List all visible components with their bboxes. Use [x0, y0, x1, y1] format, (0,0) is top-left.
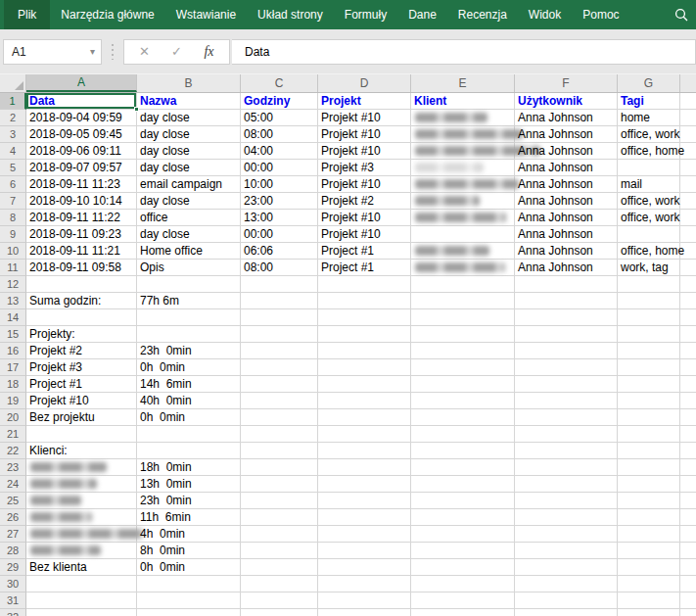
row-header-16[interactable]: 16: [0, 343, 26, 359]
cell-E26[interactable]: [411, 509, 515, 526]
cell-D4[interactable]: Projekt #10: [318, 143, 411, 160]
cell-G12[interactable]: [618, 276, 680, 293]
cell-C10[interactable]: 06:06: [241, 243, 318, 260]
cell-F24[interactable]: [515, 476, 618, 493]
row-header-14[interactable]: 14: [0, 309, 26, 326]
cell-B17[interactable]: 0h 0min: [137, 359, 241, 376]
cell-A12[interactable]: [26, 276, 137, 293]
cell-partial-23[interactable]: [680, 459, 696, 476]
cell-B8[interactable]: office: [137, 210, 241, 226]
cell-G10[interactable]: office, home: [618, 243, 680, 260]
cell-E2[interactable]: [411, 110, 515, 126]
cell-E11[interactable]: [411, 260, 515, 276]
ribbon-tab-plik[interactable]: Plik: [4, 0, 50, 29]
cell-partial-19[interactable]: [680, 393, 696, 409]
cell-A21[interactable]: [26, 426, 137, 443]
cell-F14[interactable]: [515, 309, 618, 326]
cell-C30[interactable]: [241, 576, 318, 592]
cell-G16[interactable]: [618, 343, 680, 359]
cell-partial-16[interactable]: [680, 343, 696, 359]
row-header-19[interactable]: 19: [0, 393, 26, 409]
cell-G7[interactable]: office, work: [618, 193, 680, 210]
cell-A10[interactable]: 2018-09-11 11:21: [26, 243, 137, 260]
cell-A28[interactable]: [26, 543, 137, 559]
cell-G28[interactable]: [618, 543, 680, 559]
cell-E4[interactable]: [411, 143, 515, 160]
row-header-26[interactable]: 26: [0, 509, 26, 526]
cell-C9[interactable]: 00:00: [241, 226, 318, 243]
cell-C11[interactable]: 08:00: [241, 260, 318, 276]
cell-A2[interactable]: 2018-09-04 09:59: [26, 110, 137, 126]
ribbon-tab-formuly[interactable]: Formuły: [334, 0, 397, 29]
ribbon-tab-recenzja[interactable]: Recenzja: [447, 0, 518, 29]
enter-icon[interactable]: ✓: [161, 44, 193, 59]
cell-C25[interactable]: [241, 493, 318, 509]
cell-G9[interactable]: [618, 226, 680, 243]
cell-D6[interactable]: Projekt #10: [318, 176, 411, 193]
cell-G29[interactable]: [618, 559, 680, 576]
row-header-18[interactable]: 18: [0, 376, 26, 393]
row-header-17[interactable]: 17: [0, 359, 26, 376]
cell-F2[interactable]: Anna Johnson: [515, 110, 618, 126]
select-all-corner[interactable]: [0, 74, 26, 92]
cell-partial-4[interactable]: [680, 143, 696, 160]
row-header-32[interactable]: 32: [0, 609, 26, 616]
cell-E25[interactable]: [411, 493, 515, 509]
cell-F32[interactable]: [515, 609, 618, 616]
cell-B6[interactable]: email campaign: [137, 176, 241, 193]
cell-B1[interactable]: Nazwa: [137, 93, 241, 110]
cell-C29[interactable]: [241, 559, 318, 576]
cell-A8[interactable]: 2018-09-11 11:22: [26, 210, 137, 226]
cell-E16[interactable]: [411, 343, 515, 359]
cell-D2[interactable]: Projekt #10: [318, 110, 411, 126]
cell-G24[interactable]: [618, 476, 680, 493]
row-header-20[interactable]: 20: [0, 409, 26, 426]
cell-A24[interactable]: [26, 476, 137, 493]
cell-C13[interactable]: [241, 293, 318, 309]
cell-partial-14[interactable]: [680, 309, 696, 326]
cell-D15[interactable]: [318, 326, 411, 343]
ribbon-tab-uklad-strony[interactable]: Układ strony: [247, 0, 334, 29]
cell-E22[interactable]: [411, 443, 515, 459]
cell-partial-28[interactable]: [680, 543, 696, 559]
cell-E6[interactable]: [411, 176, 515, 193]
cell-E17[interactable]: [411, 359, 515, 376]
cell-partial-7[interactable]: [680, 193, 696, 210]
cell-B23[interactable]: 18h 0min: [137, 459, 241, 476]
cell-C15[interactable]: [241, 326, 318, 343]
cell-A18[interactable]: Project #1: [26, 376, 137, 393]
cell-D17[interactable]: [318, 359, 411, 376]
cell-F28[interactable]: [515, 543, 618, 559]
cell-A16[interactable]: Projekt #2: [26, 343, 137, 359]
cell-C7[interactable]: 23:00: [241, 193, 318, 210]
column-header-D[interactable]: D: [318, 74, 411, 92]
ribbon-tab-dane[interactable]: Dane: [397, 0, 447, 29]
row-header-27[interactable]: 27: [0, 526, 26, 543]
cell-C27[interactable]: [241, 526, 318, 543]
formula-input[interactable]: Data: [232, 39, 696, 65]
row-header-23[interactable]: 23: [0, 459, 26, 476]
cell-F20[interactable]: [515, 409, 618, 426]
row-header-29[interactable]: 29: [0, 559, 26, 576]
cell-C5[interactable]: 00:00: [241, 160, 318, 176]
cell-F12[interactable]: [515, 276, 618, 293]
cell-E5[interactable]: [411, 160, 515, 176]
cell-G25[interactable]: [618, 493, 680, 509]
cell-D3[interactable]: Projekt #10: [318, 126, 411, 143]
cell-C32[interactable]: [241, 609, 318, 616]
cell-F26[interactable]: [515, 509, 618, 526]
cell-F13[interactable]: [515, 293, 618, 309]
cell-C22[interactable]: [241, 443, 318, 459]
cell-B18[interactable]: 14h 6min: [137, 376, 241, 393]
cell-E7[interactable]: [411, 193, 515, 210]
cell-E13[interactable]: [411, 293, 515, 309]
cell-partial-25[interactable]: [680, 493, 696, 509]
cell-partial-2[interactable]: [680, 110, 696, 126]
cell-C4[interactable]: 04:00: [241, 143, 318, 160]
cell-A7[interactable]: 2018-09-10 10:14: [26, 193, 137, 210]
cell-G8[interactable]: office, work: [618, 210, 680, 226]
cell-B25[interactable]: 23h 0min: [137, 493, 241, 509]
search-icon[interactable]: [673, 0, 689, 29]
cell-A30[interactable]: [26, 576, 137, 592]
cell-G17[interactable]: [618, 359, 680, 376]
